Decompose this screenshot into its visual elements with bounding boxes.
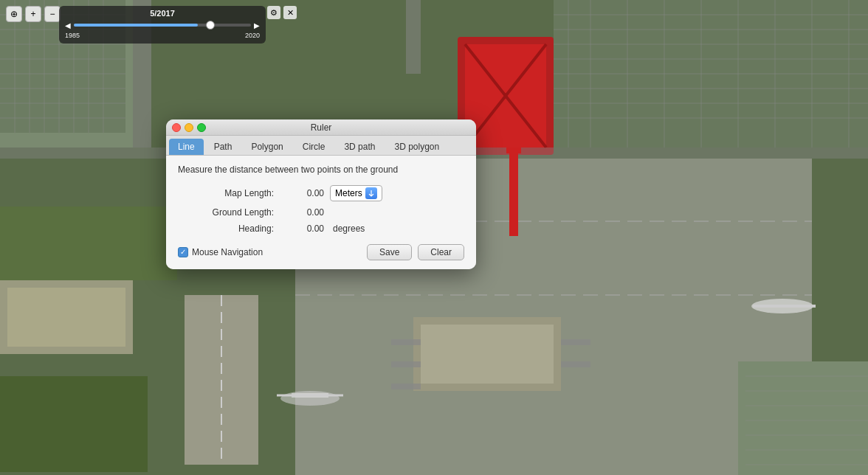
svg-rect-51	[506, 148, 521, 153]
map-length-row: Map Length: 0.00 Meters	[178, 185, 464, 201]
heading-value: 0.00	[280, 223, 324, 234]
window-minimize-button[interactable]	[185, 123, 193, 132]
timeline-fill	[74, 24, 198, 27]
tab-line[interactable]: Line	[169, 139, 204, 155]
svg-rect-69	[738, 361, 868, 475]
timeline-icons: ⚙ ✕	[267, 6, 297, 19]
clear-button[interactable]: Clear	[418, 244, 464, 260]
save-button[interactable]: Save	[367, 244, 412, 260]
zoom-in-button[interactable]: +	[25, 6, 41, 22]
units-arrow-icon	[365, 187, 377, 199]
mouse-navigation-checkbox[interactable]: ✓	[178, 247, 188, 257]
timeline-prev[interactable]: ◀	[65, 21, 71, 30]
heading-label: Heading:	[178, 223, 274, 234]
svg-rect-53	[421, 325, 554, 384]
timeline-next[interactable]: ▶	[254, 21, 260, 30]
map-toolbar: ⊕ + −	[6, 6, 61, 22]
timeline-end-label: 2020	[245, 32, 260, 39]
svg-rect-41	[406, 0, 421, 74]
window-maximize-button[interactable]	[197, 123, 206, 132]
svg-rect-58	[561, 361, 590, 367]
timeline-labels: 1985 2020	[65, 32, 260, 39]
svg-rect-54	[391, 339, 421, 345]
window-controls	[172, 123, 206, 132]
units-label: Meters	[335, 188, 362, 198]
map-length-value: 0.00	[280, 188, 324, 198]
svg-rect-56	[391, 384, 421, 389]
ruler-titlebar: Ruler	[166, 119, 476, 136]
heading-row: Heading: 0.00 degrees	[178, 223, 464, 234]
dialog-buttons: Save Clear	[367, 244, 464, 260]
window-close-button[interactable]	[172, 123, 181, 132]
tab-polygon[interactable]: Polygon	[242, 139, 292, 155]
tab-3d-path[interactable]: 3D path	[335, 139, 384, 155]
tab-path[interactable]: Path	[205, 139, 241, 155]
tab-circle[interactable]: Circle	[294, 139, 334, 155]
ruler-dialog-title: Ruler	[311, 122, 332, 133]
ruler-tabs: Line Path Polygon Circle 3D path 3D poly…	[166, 136, 476, 156]
svg-rect-57	[561, 339, 590, 345]
checkbox-check-icon: ✓	[180, 249, 186, 256]
timeline-start-label: 1985	[65, 32, 80, 39]
svg-rect-55	[391, 361, 421, 367]
ground-length-value: 0.00	[280, 207, 324, 218]
svg-rect-50	[509, 148, 518, 236]
ruler-body: Measure the distance between two points …	[166, 156, 476, 269]
ruler-description: Measure the distance between two points …	[178, 164, 464, 175]
mouse-navigation-row: ✓ Mouse Navigation	[178, 247, 263, 257]
svg-rect-67	[0, 207, 177, 280]
timeline-track[interactable]: ◀ ▶	[65, 20, 260, 30]
close-timeline-icon[interactable]: ✕	[283, 6, 297, 19]
settings-icon[interactable]: ⚙	[267, 6, 280, 19]
zoom-cursor-button[interactable]: ⊕	[6, 6, 22, 22]
ground-length-label: Ground Length:	[178, 207, 274, 218]
ruler-bottom-row: ✓ Mouse Navigation Save Clear	[178, 244, 464, 260]
tab-3d-polygon[interactable]: 3D polygon	[385, 139, 448, 155]
ruler-fields: Map Length: 0.00 Meters Ground Length: 0…	[178, 185, 464, 234]
mouse-navigation-label: Mouse Navigation	[192, 247, 263, 257]
ruler-dialog: Ruler Line Path Polygon Circle 3D path 3…	[166, 119, 476, 269]
ground-length-row: Ground Length: 0.00	[178, 207, 464, 218]
units-dropdown[interactable]: Meters	[330, 185, 382, 201]
svg-rect-68	[0, 376, 148, 472]
timeline-bar	[74, 24, 251, 27]
map-length-label: Map Length:	[178, 188, 274, 198]
timeline: 5/2017 ◀ ▶ 1985 2020	[59, 6, 266, 44]
heading-suffix: degrees	[333, 223, 365, 234]
svg-rect-47	[7, 288, 125, 347]
zoom-out-button[interactable]: −	[44, 6, 61, 22]
timeline-year: 5/2017	[65, 9, 260, 18]
timeline-thumb[interactable]	[206, 21, 215, 30]
